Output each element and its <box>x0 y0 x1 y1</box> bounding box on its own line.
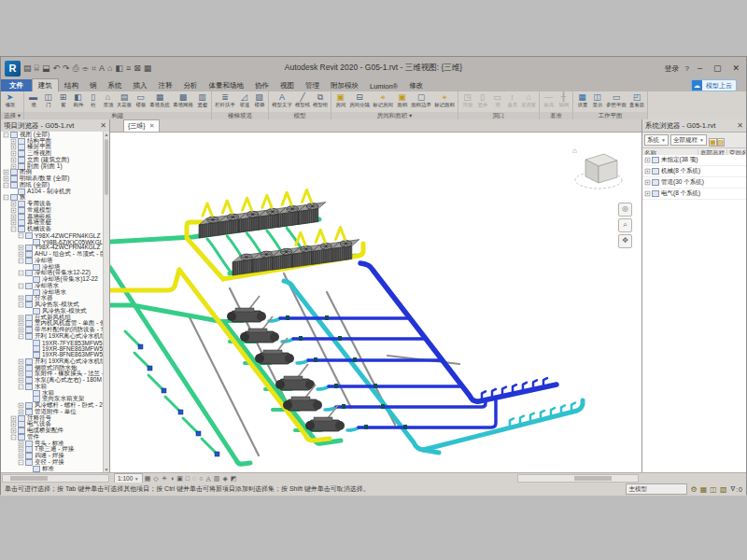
ribbon-button-面积[interactable]: ▣面积 <box>395 92 409 107</box>
expand-icon[interactable]: + <box>645 180 651 186</box>
ribbon-button-墙[interactable]: ▬墙 <box>26 92 40 107</box>
background-process-icon[interactable]: ▧ <box>720 485 727 494</box>
file-tabs-icon[interactable]: ▤ <box>23 63 32 73</box>
worksets-icon[interactable]: ▦ <box>700 485 708 494</box>
ribbon-button-幕墙网格[interactable]: ▩幕墙网格 <box>172 92 194 107</box>
close-button[interactable]: ✕ <box>729 63 742 73</box>
expand-icon[interactable]: − <box>19 271 24 276</box>
ribbon-tab-建筑[interactable]: 建筑 <box>32 78 59 91</box>
ribbon-tab-Lumion®[interactable]: Lumion® <box>364 80 403 91</box>
sun-path-icon[interactable]: ☀ <box>162 475 167 483</box>
expand-icon[interactable]: + <box>4 176 9 182</box>
system-row[interactable]: +管道(30 个系统) <box>642 177 746 189</box>
ribbon-tab-体量和场地[interactable]: 体量和场地 <box>204 79 250 91</box>
expand-icon[interactable]: − <box>19 233 24 239</box>
cloud-upload-button[interactable]: ☁ 模型上云 <box>691 79 737 91</box>
ribbon-button-竖井[interactable]: ▯竖井 <box>475 92 489 107</box>
crop-view-icon[interactable]: ▣ <box>176 475 183 483</box>
save-icon[interactable]: ⬓ <box>42 63 50 73</box>
tree-item[interactable]: +幕墙嵌板 <box>1 214 104 220</box>
expand-icon[interactable]: + <box>19 403 24 409</box>
pan-icon[interactable]: ✥ <box>618 234 632 248</box>
worksharing-display-icon[interactable]: ◈ <box>222 475 227 483</box>
close-icon[interactable]: ✕ <box>100 121 106 130</box>
ribbon-button-楼板[interactable]: ▭楼板 <box>134 92 148 107</box>
ribbon-button-墙[interactable]: ▭墙 <box>490 92 504 107</box>
expand-icon[interactable]: + <box>11 151 17 157</box>
tree-item[interactable]: +结构平面 <box>1 138 104 145</box>
ribbon-button-坡道[interactable]: ◿坡道 <box>237 92 251 107</box>
column-settings-icon[interactable]: ▨ <box>717 138 726 147</box>
show-crop-icon[interactable]: □ <box>186 475 190 483</box>
filter-button[interactable]: ∇: 0 <box>730 485 742 493</box>
expand-icon[interactable]: + <box>19 328 24 333</box>
ribbon-tab-管理[interactable]: 管理 <box>300 79 325 91</box>
ribbon-tab-附加模块[interactable]: 附加模块 <box>325 79 364 91</box>
ribbon-button-标高[interactable]: ―标高 <box>542 92 556 107</box>
maximize-button[interactable]: ▢ <box>711 63 725 73</box>
expand-icon[interactable]: + <box>11 145 17 150</box>
editing-requests-icon[interactable]: ⚙ <box>691 485 698 494</box>
ribbon-button-设置[interactable]: ▦设置 <box>575 92 589 107</box>
print-icon[interactable]: ⎙ <box>73 63 79 74</box>
scroll-up-icon[interactable]: ▲ <box>104 132 109 137</box>
ribbon-button-垂直[interactable]: ↕垂直 <box>505 92 519 107</box>
expand-icon[interactable]: + <box>11 138 17 144</box>
expand-icon[interactable]: + <box>19 296 24 301</box>
expand-icon[interactable]: − <box>19 284 24 289</box>
ribbon-button-模型文字[interactable]: A模型文字 <box>271 92 293 107</box>
ribbon-button-模型组[interactable]: ⧉模型组 <box>312 92 329 107</box>
tree-vertical-scrollbar[interactable]: ▲ ▼ <box>103 132 109 472</box>
ribbon-button-轴网[interactable]: ╂轴网 <box>557 92 571 107</box>
ribbon-button-修改[interactable]: ➤修改 <box>3 92 17 107</box>
tree-item[interactable]: +楼层平面 <box>1 145 104 151</box>
expand-icon[interactable]: + <box>11 428 17 434</box>
minimize-button[interactable]: ‒ <box>695 63 705 73</box>
undo-icon[interactable]: ↶ <box>52 63 60 73</box>
expand-icon[interactable]: + <box>11 415 17 421</box>
expand-icon[interactable]: − <box>19 259 24 264</box>
ribbon-button-窗[interactable]: ⊞窗 <box>56 92 70 107</box>
model-viewport[interactable]: ⌂ ◎ ⌕ ✥ <box>110 132 641 472</box>
help-button[interactable]: ? <box>684 64 688 73</box>
expand-icon[interactable]: + <box>19 321 24 327</box>
switch-windows-icon[interactable]: ▦ <box>144 63 152 73</box>
expand-icon[interactable]: + <box>11 214 17 219</box>
ribbon-tab-系统[interactable]: 系统 <box>103 79 128 91</box>
design-options-icon[interactable]: ◫ <box>710 485 717 494</box>
ribbon-tab-协作[interactable]: 协作 <box>249 79 275 91</box>
expand-icon[interactable]: − <box>19 460 24 466</box>
expand-icon[interactable]: + <box>645 191 651 197</box>
expand-icon[interactable]: + <box>19 447 24 453</box>
open-icon[interactable]: ⌸ <box>35 63 39 74</box>
expand-icon[interactable]: + <box>19 441 24 446</box>
ribbon-tab-修改[interactable]: 修改 <box>403 79 429 91</box>
expand-icon[interactable]: + <box>19 371 24 377</box>
ribbon-button-房间分隔[interactable]: ⊟房间分隔 <box>348 92 371 107</box>
expand-icon[interactable]: + <box>19 454 24 459</box>
expand-icon[interactable]: + <box>19 252 24 258</box>
constraints-icon[interactable]: ▥ <box>214 475 220 483</box>
temporary-hide-icon[interactable]: ◌ <box>192 475 196 483</box>
ribbon-button-查看器[interactable]: ◰查看器 <box>628 92 645 107</box>
expand-icon[interactable]: + <box>19 359 24 365</box>
expand-icon[interactable]: − <box>11 227 17 232</box>
aligned-dimension-icon[interactable]: ⌗ <box>92 63 96 74</box>
ribbon-button-标记房间[interactable]: ⌖标记房间 <box>372 92 394 107</box>
ribbon-button-模型线[interactable]: ╱模型线 <box>294 92 311 107</box>
tree-item[interactable]: +幕墙竖梃 <box>1 220 104 227</box>
expand-icon[interactable]: + <box>11 208 17 214</box>
redo-icon[interactable]: ↷ <box>63 63 70 73</box>
expand-icon[interactable]: + <box>11 202 17 207</box>
expand-icon[interactable]: + <box>19 410 24 415</box>
revit-logo[interactable]: R <box>5 61 21 77</box>
expand-icon[interactable]: + <box>19 245 24 251</box>
ribbon-button-老虎窗[interactable]: ⌂老虎窗 <box>520 92 537 107</box>
text-icon[interactable]: A <box>99 63 105 73</box>
tree-item[interactable]: +水泵(离心式左右) - 180M 外形 - 电缆盒 - 106-175-CN <box>1 377 104 384</box>
discipline-dropdown[interactable]: 全部规程▼ <box>670 134 707 146</box>
thin-lines-icon[interactable]: ≡ <box>126 63 131 73</box>
expand-icon[interactable]: + <box>11 220 17 226</box>
3d-view-icon[interactable]: ⌂ <box>107 63 112 73</box>
active-workset-field[interactable]: 主模型 <box>626 483 687 495</box>
